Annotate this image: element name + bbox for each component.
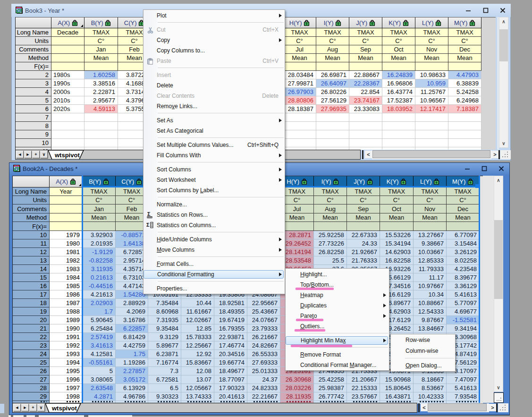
svg-text:Σ: Σ xyxy=(146,222,150,228)
svg-text:wtspivot: wtspivot xyxy=(54,152,80,159)
svg-text:Σ: Σ xyxy=(147,212,151,217)
svg-text:wtspivot: wtspivot xyxy=(51,405,77,412)
